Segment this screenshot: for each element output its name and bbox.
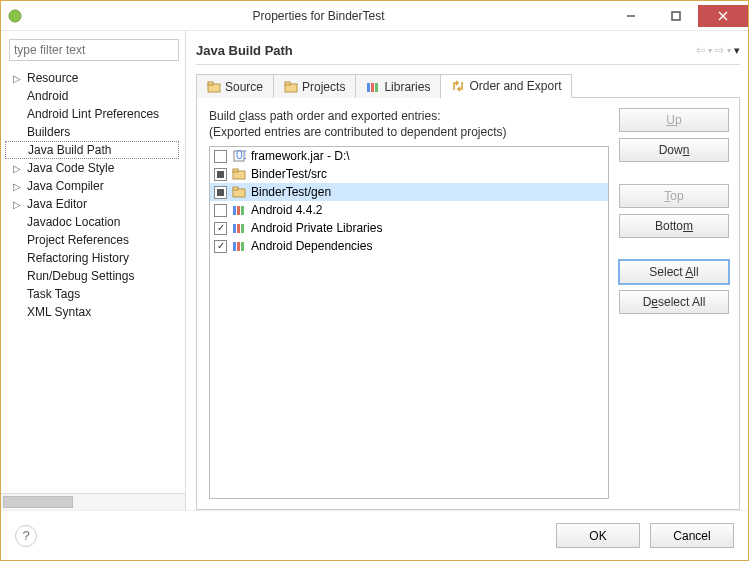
tree-item[interactable]: ▷Java Editor [5, 195, 185, 213]
cancel-label: Cancel [673, 529, 710, 543]
svg-rect-19 [237, 206, 240, 215]
libraries-icon [366, 80, 380, 94]
back-arrow-icon[interactable]: ⇦ [696, 44, 705, 57]
entry-label: BinderTest/gen [251, 185, 331, 199]
tree-item-label: Javadoc Location [27, 215, 120, 229]
svg-rect-11 [375, 83, 378, 92]
close-button[interactable] [698, 5, 748, 27]
bottom-button[interactable]: Bottom [619, 214, 729, 238]
top-button[interactable]: Top [619, 184, 729, 208]
tab-bar: Source Projects Libraries Order and Expo… [196, 73, 740, 97]
tree-item-label: Android [27, 89, 68, 103]
tab-libraries[interactable]: Libraries [356, 74, 441, 98]
tab-label: Order and Export [469, 79, 561, 93]
app-icon [7, 8, 23, 24]
select-all-button[interactable]: Select All [619, 260, 729, 284]
svg-rect-15 [233, 169, 238, 172]
svg-rect-21 [233, 224, 236, 233]
library-icon [231, 203, 247, 217]
svg-rect-20 [241, 206, 244, 215]
order-column: Build class path order and exported entr… [209, 108, 609, 499]
category-tree[interactable]: ▷ResourceAndroidAndroid Lint Preferences… [1, 67, 185, 493]
svg-rect-17 [233, 187, 238, 190]
chevron-down-icon[interactable]: ▾ [727, 46, 731, 55]
list-row[interactable]: ✓Android Dependencies [210, 237, 608, 255]
folder-icon [231, 185, 247, 199]
list-row[interactable]: Android 4.4.2 [210, 201, 608, 219]
forward-arrow-icon[interactable]: ⇨ [715, 44, 724, 57]
tab-source[interactable]: Source [196, 74, 274, 98]
bottom-bar: ? OK Cancel [1, 510, 748, 560]
tree-item[interactable]: XML Syntax [5, 303, 185, 321]
source-folder-icon [207, 80, 221, 94]
help-button[interactable]: ? [15, 525, 37, 547]
tree-item-label: Java Build Path [28, 143, 111, 157]
tree-item[interactable]: Project References [5, 231, 185, 249]
svg-point-0 [9, 10, 21, 22]
window-title: Properties for BinderTest [29, 9, 608, 23]
tree-item-label: Java Editor [27, 197, 87, 211]
tree-item[interactable]: Refactoring History [5, 249, 185, 267]
svg-rect-23 [241, 224, 244, 233]
dialog-body: ▷ResourceAndroidAndroid Lint Preferences… [1, 31, 748, 510]
section-header: Java Build Path ⇦▾ ⇨▾ ▾ [196, 37, 740, 65]
tab-content: Build class path order and exported entr… [196, 97, 740, 510]
scrollbar-thumb[interactable] [3, 496, 73, 508]
expand-icon: ▷ [13, 181, 25, 192]
tree-item[interactable]: ▷Java Compiler [5, 177, 185, 195]
tree-item-label: Java Code Style [27, 161, 114, 175]
order-list[interactable]: 010framework.jar - D:\BinderTest/srcBind… [209, 146, 609, 499]
list-row[interactable]: ✓Android Private Libraries [210, 219, 608, 237]
library-icon [231, 239, 247, 253]
tree-item-label: Android Lint Preferences [27, 107, 159, 121]
deselect-all-button[interactable]: Deselect All [619, 290, 729, 314]
tree-item[interactable]: Android Lint Preferences [5, 105, 185, 123]
svg-rect-26 [241, 242, 244, 251]
maximize-button[interactable] [653, 5, 698, 27]
svg-rect-2 [672, 12, 680, 20]
minimize-button[interactable] [608, 5, 653, 27]
list-row[interactable]: 010framework.jar - D:\ [210, 147, 608, 165]
tab-projects[interactable]: Projects [274, 74, 356, 98]
expand-icon: ▷ [13, 73, 25, 84]
filter-input[interactable] [9, 39, 179, 61]
export-checkbox[interactable] [214, 204, 227, 217]
export-checkbox[interactable] [214, 150, 227, 163]
horizontal-scrollbar[interactable] [1, 493, 185, 510]
svg-rect-6 [208, 82, 213, 85]
export-checkbox[interactable] [214, 186, 227, 199]
tab-order-export[interactable]: Order and Export [441, 74, 572, 98]
entry-label: framework.jar - D:\ [251, 149, 350, 163]
tree-item[interactable]: Android [5, 87, 185, 105]
section-title: Java Build Path [196, 43, 696, 58]
tree-item-label: Refactoring History [27, 251, 129, 265]
cancel-button[interactable]: Cancel [650, 523, 734, 548]
chevron-down-icon[interactable]: ▾ [708, 46, 712, 55]
tree-item[interactable]: Javadoc Location [5, 213, 185, 231]
description: Build class path order and exported entr… [209, 108, 609, 140]
svg-rect-25 [237, 242, 240, 251]
export-checkbox[interactable] [214, 168, 227, 181]
export-checkbox[interactable]: ✓ [214, 240, 227, 253]
tree-item[interactable]: Task Tags [5, 285, 185, 303]
list-row[interactable]: BinderTest/gen [210, 183, 608, 201]
up-button[interactable]: Up [619, 108, 729, 132]
svg-rect-10 [371, 83, 374, 92]
tree-item[interactable]: Run/Debug Settings [5, 267, 185, 285]
ok-label: OK [589, 529, 606, 543]
tree-item-label: Task Tags [27, 287, 80, 301]
menu-chevron-icon[interactable]: ▾ [734, 44, 740, 57]
button-column: Up Down Top Bottom Select All Deselect A… [619, 108, 729, 499]
down-button[interactable]: Down [619, 138, 729, 162]
tree-item[interactable]: Builders [5, 123, 185, 141]
tree-item[interactable]: Java Build Path [5, 141, 179, 159]
tree-item[interactable]: ▷Resource [5, 69, 185, 87]
svg-text:010: 010 [236, 150, 246, 162]
svg-rect-22 [237, 224, 240, 233]
nav-arrows: ⇦▾ ⇨▾ ▾ [696, 44, 740, 57]
list-row[interactable]: BinderTest/src [210, 165, 608, 183]
ok-button[interactable]: OK [556, 523, 640, 548]
order-export-icon [451, 79, 465, 93]
tree-item[interactable]: ▷Java Code Style [5, 159, 185, 177]
export-checkbox[interactable]: ✓ [214, 222, 227, 235]
